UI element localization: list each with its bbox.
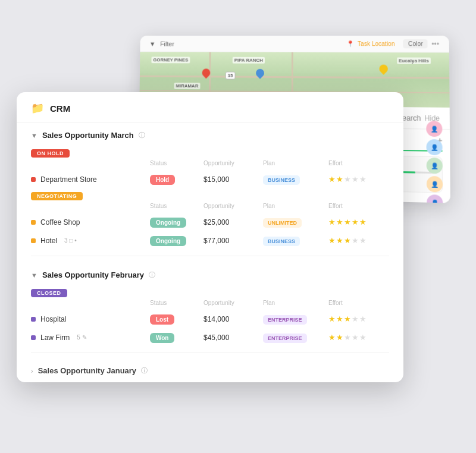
feb-info-icon: ⓘ bbox=[149, 270, 155, 279]
location-label: Task Location bbox=[358, 40, 394, 47]
divider-march-feb bbox=[31, 256, 389, 256]
row-hotel[interactable]: Hotel 3 □ • Ongoing $77,000 BUSINESS ★★★… bbox=[26, 231, 394, 250]
plan-dept-store: BUSINESS bbox=[263, 175, 300, 185]
stars-lawfirm: ★★★★★ bbox=[328, 333, 400, 342]
status-hotel: Ongoing bbox=[150, 236, 186, 246]
feb-title: Sales Opportunity February bbox=[42, 270, 144, 279]
opp-hospital: $14,000 bbox=[203, 315, 263, 323]
col-effort-neg: Effort bbox=[328, 203, 400, 209]
march-onhold-table: Status Opportunity Plan Effort Departmen… bbox=[17, 159, 403, 188]
map-label-pipa: PIPA RANCH bbox=[233, 57, 265, 64]
name-dept-store: Department Store bbox=[40, 175, 97, 184]
sidebar-avatar-5: 👤 bbox=[427, 194, 443, 203]
march-onhold-header: Status Opportunity Plan Effort bbox=[26, 159, 394, 168]
negotiating-label: NEGOTIATING bbox=[31, 192, 83, 200]
plan-coffee: UNLIMITED bbox=[263, 218, 302, 228]
closed-label: CLOSED bbox=[31, 289, 67, 297]
name-hotel: Hotel bbox=[40, 237, 57, 245]
opp-hotel: $77,000 bbox=[203, 237, 263, 245]
row-law-firm[interactable]: Law Firm 5 ✎ Won $45,000 ENTERPRISE ★★★★… bbox=[26, 328, 394, 347]
crm-header: 📁 CRM bbox=[17, 92, 403, 122]
more-icon[interactable]: ••• bbox=[431, 40, 439, 48]
row-hospital[interactable]: Hospital Lost $14,000 ENTERPRISE ★★★★★ bbox=[26, 310, 394, 328]
opp-coffee: $25,000 bbox=[203, 218, 263, 227]
crm-panel: 📁 CRM ▼ Sales Opportunity March ⓘ ON HOL… bbox=[17, 92, 403, 382]
road-badge-15: 15 bbox=[226, 72, 236, 80]
plan-hospital: ENTERPRISE bbox=[263, 315, 307, 325]
col-effort: Effort bbox=[328, 160, 400, 166]
group-header-march[interactable]: ▼ Sales Opportunity March ⓘ bbox=[17, 122, 403, 146]
dot-hospital bbox=[31, 317, 36, 322]
col-opp-cl: Opportunity bbox=[203, 300, 263, 306]
tasks-avatars-sidebar: 👤 👤 👤 👤 👤 bbox=[426, 121, 443, 203]
feb-chevron: ▼ bbox=[31, 272, 37, 279]
march-chevron: ▼ bbox=[31, 132, 37, 139]
name-hospital: Hospital bbox=[40, 315, 66, 323]
divider-feb-jan bbox=[31, 353, 389, 353]
opp-lawfirm: $45,000 bbox=[203, 334, 263, 342]
filter-label[interactable]: Filter bbox=[160, 40, 174, 47]
row-coffee-shop[interactable]: Coffee Shop Ongoing $25,000 UNLIMITED ★★… bbox=[26, 213, 394, 231]
march-info-icon: ⓘ bbox=[139, 131, 145, 140]
stars-hospital: ★★★★★ bbox=[328, 314, 400, 323]
jan-chevron: › bbox=[31, 367, 33, 375]
row-department-store[interactable]: Department Store Hold $15,000 BUSINESS ★… bbox=[26, 170, 394, 188]
map-label-gorney: GORNEY PINES bbox=[151, 56, 190, 63]
plan-lawfirm: ENTERPRISE bbox=[263, 334, 307, 343]
dot-coffee bbox=[31, 220, 36, 225]
status-hospital: Lost bbox=[150, 314, 174, 325]
status-lawfirm: Won bbox=[150, 333, 174, 343]
tasks-filter-bar: ▼ Filter 📍 Task Location Color ••• bbox=[140, 36, 449, 53]
sidebar-avatar-2: 👤 bbox=[426, 139, 442, 155]
jan-info-icon: ⓘ bbox=[141, 366, 148, 375]
col-plan: Plan bbox=[263, 160, 328, 166]
col-name-cl bbox=[31, 300, 150, 306]
feb-closed-header: Status Opportunity Plan Effort bbox=[26, 298, 394, 307]
feb-closed-table: Status Opportunity Plan Effort Hospital … bbox=[17, 298, 403, 347]
march-negotiating-header: Status Opportunity Plan Effort bbox=[26, 202, 394, 210]
col-effort-cl: Effort bbox=[328, 300, 400, 306]
lawfirm-extra: 5 ✎ bbox=[77, 334, 86, 341]
col-status-cl: Status bbox=[150, 300, 203, 306]
jan-title: Sales Opportunity January bbox=[38, 366, 136, 375]
group-header-february[interactable]: ▼ Sales Opportunity February ⓘ bbox=[17, 262, 403, 285]
col-name bbox=[31, 160, 150, 166]
col-name-neg bbox=[31, 203, 150, 209]
sidebar-avatar-4: 👤 bbox=[427, 176, 443, 192]
dot-lawfirm bbox=[31, 335, 36, 340]
col-plan-neg: Plan bbox=[263, 203, 328, 209]
march-title: Sales Opportunity March bbox=[42, 131, 134, 140]
dot-hotel bbox=[31, 238, 36, 243]
map-label-miramar: MIRAMAR bbox=[174, 83, 201, 89]
onhold-label: ON HOLD bbox=[31, 149, 70, 158]
folder-icon: 📁 bbox=[31, 102, 44, 115]
march-negotiating-table: Status Opportunity Plan Effort Coffee Sh… bbox=[17, 202, 403, 250]
col-opp-neg: Opportunity bbox=[203, 203, 263, 209]
stars-dept-store: ★★★★★ bbox=[328, 175, 400, 184]
color-label[interactable]: Color bbox=[403, 39, 428, 48]
map-label-eucalya: Eucalya Hills bbox=[397, 58, 431, 64]
stars-hotel: ★★★★★ bbox=[328, 236, 400, 245]
opp-dept-store: $15,000 bbox=[203, 175, 263, 184]
col-opportunity: Opportunity bbox=[203, 160, 263, 166]
plan-hotel: BUSINESS bbox=[263, 237, 300, 246]
filter-icon: ▼ bbox=[149, 40, 156, 47]
name-coffee: Coffee Shop bbox=[40, 218, 80, 227]
sidebar-avatar-3: 👤 bbox=[427, 158, 443, 174]
hotel-extra: 3 □ • bbox=[64, 237, 77, 244]
crm-body: ▼ Sales Opportunity March ⓘ ON HOLD Stat… bbox=[17, 122, 403, 382]
col-status-neg: Status bbox=[150, 203, 203, 209]
stars-coffee: ★★★★★ bbox=[328, 218, 400, 227]
group-header-january[interactable]: › Sales Opportunity January ⓘ bbox=[17, 359, 403, 382]
name-lawfirm: Law Firm bbox=[40, 334, 70, 342]
dot-dept-store bbox=[31, 177, 36, 182]
status-coffee: Ongoing bbox=[150, 218, 186, 228]
sidebar-avatar-1: 👤 bbox=[426, 121, 442, 137]
col-status: Status bbox=[150, 160, 203, 166]
col-plan-cl: Plan bbox=[263, 300, 328, 306]
crm-title: CRM bbox=[50, 103, 70, 114]
status-dept-store: Hold bbox=[150, 175, 175, 185]
map-pin-yellow bbox=[378, 63, 390, 75]
